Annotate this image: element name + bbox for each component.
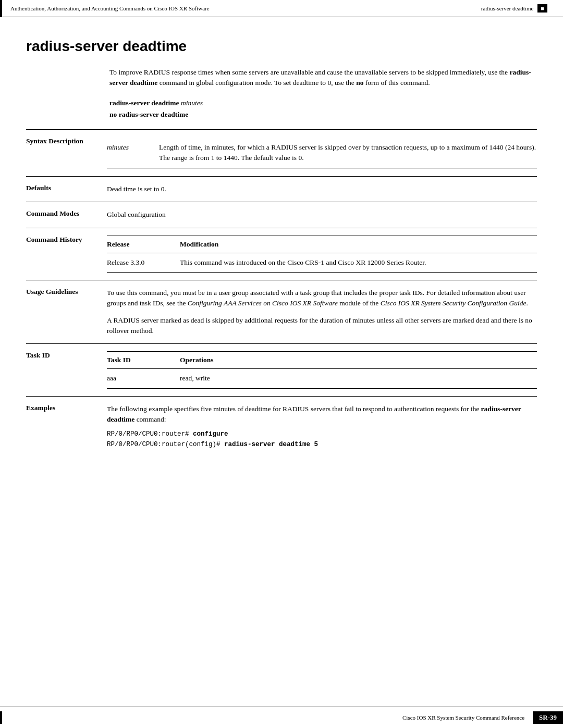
task-id-header-row: Task ID Operations <box>107 352 537 369</box>
command-history-header-row: Release Modification <box>107 236 537 253</box>
usage-para-1: To use this command, you must be in a us… <box>107 288 537 309</box>
task-cell: aaa <box>107 369 180 388</box>
usage-para1-italic2: Cisco IOS XR System Security Configurati… <box>381 299 527 307</box>
syntax-definition: Length of time, in minutes, for which a … <box>159 142 537 164</box>
command-history-section: Command History Release Modification Rel… <box>26 228 537 280</box>
usage-para-2: A RADIUS server marked as dead is skippe… <box>107 315 537 337</box>
code-line1-pre: RP/0/RP0/CPU0:router# <box>107 430 193 438</box>
usage-para1-mid: module of the <box>338 299 381 307</box>
examples-section: Examples The following example specifies… <box>26 396 537 458</box>
syntax-term: minutes <box>107 142 159 164</box>
col-release: Release <box>107 236 180 253</box>
command-history-content: Release Modification Release 3.3.0This c… <box>107 236 537 273</box>
top-header: Authentication, Authorization, and Accou… <box>0 0 563 17</box>
syntax-description-label: Syntax Description <box>26 137 107 145</box>
code-line1-bold: configure <box>193 430 228 438</box>
command-modes-label: Command Modes <box>26 209 107 218</box>
examples-content: The following example specifies five min… <box>107 404 537 450</box>
task-id-section: Task ID Task ID Operations aaaread, writ… <box>26 343 537 396</box>
main-content: radius-server deadtime To improve RADIUS… <box>0 17 563 499</box>
table-row: aaaread, write <box>107 369 537 388</box>
col-modification: Modification <box>180 236 537 253</box>
examples-text-pre: The following example specifies five min… <box>107 405 481 413</box>
page-title: radius-server deadtime <box>26 38 537 55</box>
syntax-lines: radius-server deadtime minutes no radius… <box>109 99 537 119</box>
syntax-description-section: Syntax Description minutes Length of tim… <box>26 129 537 177</box>
defaults-label: Defaults <box>26 184 107 192</box>
usage-guidelines-label: Usage Guidelines <box>26 288 107 296</box>
examples-text: The following example specifies five min… <box>107 404 537 425</box>
usage-para1-post: . <box>526 299 528 307</box>
code-line-2: RP/0/RP0/CPU0:router(config)# radius-ser… <box>107 439 537 450</box>
task-col-id: Task ID <box>107 352 180 369</box>
usage-para1-italic1: Configuring AAA Services on Cisco IOS XR… <box>188 299 338 307</box>
syntax-description-content: minutes Length of time, in minutes, for … <box>107 137 537 169</box>
task-col-ops: Operations <box>180 352 537 369</box>
header-right-text: radius-server deadtime <box>481 5 533 11</box>
code-block: RP/0/RP0/CPU0:router# configure RP/0/RP0… <box>107 429 537 450</box>
syntax-line1-bold: radius-server deadtime <box>109 99 181 107</box>
syntax-line2-text: no radius-server deadtime <box>109 110 188 118</box>
table-row: Release 3.3.0This command was introduced… <box>107 253 537 272</box>
intro-paragraph: To improve RADIUS response times when so… <box>109 67 537 89</box>
modification-cell: This command was introduced on the Cisco… <box>180 253 537 272</box>
command-modes-section: Command Modes Global configuration <box>26 202 537 227</box>
header-black-box: ■ <box>537 4 547 13</box>
code-line-1: RP/0/RP0/CPU0:router# configure <box>107 429 537 439</box>
usage-guidelines-section: Usage Guidelines To use this command, yo… <box>26 280 537 343</box>
bottom-footer: Cisco IOS XR System Security Command Ref… <box>0 707 563 728</box>
intro-text3: form of this command. <box>363 79 430 87</box>
examples-label: Examples <box>26 404 107 412</box>
top-left-accent <box>0 0 2 17</box>
intro-text2: command in global configuration mode. To… <box>157 79 356 87</box>
code-line2-pre: RP/0/RP0/CPU0:router(config)# <box>107 441 224 448</box>
examples-text-post: command: <box>134 415 166 423</box>
task-id-table: Task ID Operations aaaread, write <box>107 351 537 389</box>
syntax-row: minutes Length of time, in minutes, for … <box>107 137 537 169</box>
defaults-content: Dead time is set to 0. <box>107 184 537 194</box>
command-history-table: Release Modification Release 3.3.0This c… <box>107 236 537 273</box>
operations-cell: read, write <box>180 369 537 388</box>
page-container: Authentication, Authorization, and Accou… <box>0 0 563 728</box>
release-cell: Release 3.3.0 <box>107 253 180 272</box>
code-line2-bold: radius-server deadtime 5 <box>224 441 318 448</box>
footer-center-text: Cisco IOS XR System Security Command Ref… <box>10 714 533 721</box>
header-left-text: Authentication, Authorization, and Accou… <box>10 5 210 11</box>
task-id-content: Task ID Operations aaaread, write <box>107 351 537 389</box>
syntax-line-1: radius-server deadtime minutes <box>109 99 537 107</box>
syntax-line-2: no radius-server deadtime <box>109 110 537 119</box>
usage-guidelines-content: To use this command, you must be in a us… <box>107 288 537 336</box>
intro-text-pre: To improve RADIUS response times when so… <box>109 68 509 76</box>
footer-left-bar <box>0 711 2 724</box>
footer-page-number: SR-39 <box>533 711 563 724</box>
syntax-line1-italic: minutes <box>181 99 203 107</box>
task-id-label: Task ID <box>26 351 107 360</box>
command-history-label: Command History <box>26 236 107 244</box>
intro-bold-no: no <box>356 79 363 87</box>
command-modes-content: Global configuration <box>107 209 537 220</box>
defaults-section: Defaults Dead time is set to 0. <box>26 176 537 202</box>
